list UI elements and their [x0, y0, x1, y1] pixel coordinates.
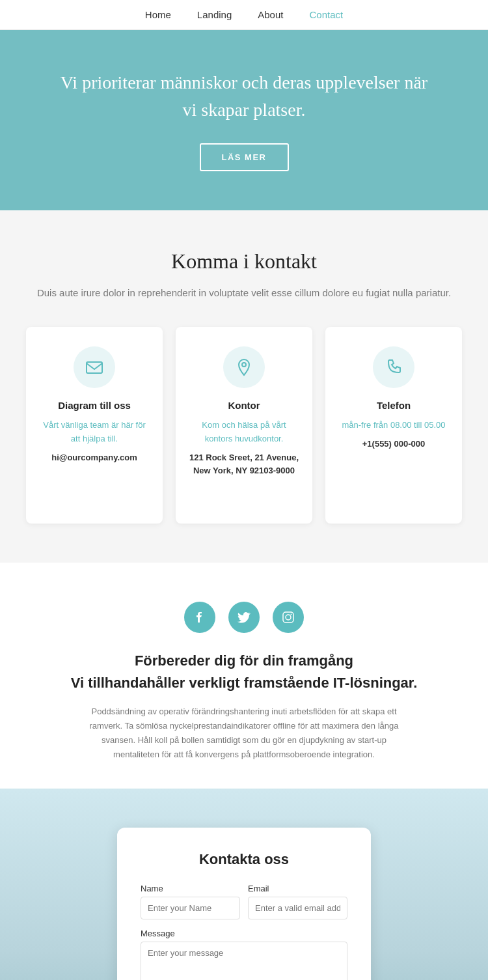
name-input[interactable]: [141, 897, 240, 919]
nav-about[interactable]: About: [258, 9, 283, 20]
message-field-group: Message: [141, 929, 347, 980]
email-card-info: hi@ourcompany.com: [39, 451, 150, 465]
location-icon: [223, 346, 265, 388]
phone-card-info: +1(555) 000-000: [338, 438, 449, 451]
email-card: Diagram till oss Vårt vänliga team är hä…: [26, 327, 163, 524]
location-card: Kontor Kom och hälsa på vårt kontors huv…: [176, 327, 312, 524]
location-card-title: Kontor: [189, 400, 299, 411]
nav-contact[interactable]: Contact: [309, 9, 343, 20]
social-heading-1: Förbereder dig för din framgång: [26, 652, 462, 669]
message-input[interactable]: [141, 942, 347, 980]
contact-heading: Komma i kontakt: [26, 249, 462, 273]
instagram-icon[interactable]: [273, 602, 304, 633]
hero-section: Vi prioriterar människor och deras upple…: [0, 30, 488, 210]
contact-form-card: Kontakta oss Name Email Message Gallery: [117, 828, 371, 980]
phone-card-title: Telefon: [338, 400, 449, 411]
svg-point-4: [291, 614, 292, 615]
social-description: Poddsändning av operativ förändringshant…: [81, 705, 407, 762]
svg-rect-0: [87, 362, 102, 373]
name-label: Name: [141, 884, 240, 893]
nav-landing[interactable]: Landing: [197, 9, 232, 20]
location-card-info: 121 Rock Sreet, 21 Avenue,New York, NY 9…: [189, 451, 299, 479]
social-section: Förbereder dig för din framgång Vi tillh…: [0, 563, 488, 788]
contact-info-section: Komma i kontakt Duis aute irure dolor in…: [0, 210, 488, 563]
message-label: Message: [141, 929, 347, 938]
social-heading-2: Vi tillhandahåller verkligt framstående …: [26, 675, 462, 692]
contact-cards: Diagram till oss Vårt vänliga team är hä…: [26, 327, 462, 524]
phone-icon: [373, 346, 414, 388]
email-card-title: Diagram till oss: [39, 400, 150, 411]
phone-card-link: mån-fre från 08.00 till 05.00: [338, 419, 449, 432]
hero-heading: Vi prioriterar människor och deras upple…: [52, 69, 436, 124]
navigation: Home Landing About Contact: [0, 0, 488, 30]
email-label: Email: [248, 884, 347, 893]
email-card-link: Vårt vänliga team är här för att hjälpa …: [39, 419, 150, 446]
form-heading: Kontakta oss: [141, 851, 347, 868]
hero-cta-button[interactable]: LÄS MER: [200, 143, 289, 171]
phone-card: Telefon mån-fre från 08.00 till 05.00 +1…: [325, 327, 462, 524]
social-icons: [26, 602, 462, 633]
email-icon: [74, 346, 115, 388]
twitter-icon[interactable]: [228, 602, 260, 633]
svg-point-1: [242, 363, 246, 367]
form-row-name-email: Name Email: [141, 884, 347, 919]
email-input[interactable]: [248, 897, 347, 919]
nav-home[interactable]: Home: [145, 9, 171, 20]
contact-description: Duis aute irure dolor in reprehenderit i…: [26, 285, 462, 301]
location-card-link: Kom och hälsa på vårt kontors huvudkonto…: [189, 419, 299, 446]
name-field-group: Name: [141, 884, 240, 919]
email-field-group: Email: [248, 884, 347, 919]
form-section: Kontakta oss Name Email Message Gallery: [0, 789, 488, 980]
svg-point-3: [286, 615, 291, 620]
svg-rect-2: [283, 612, 293, 623]
facebook-icon[interactable]: [184, 602, 215, 633]
